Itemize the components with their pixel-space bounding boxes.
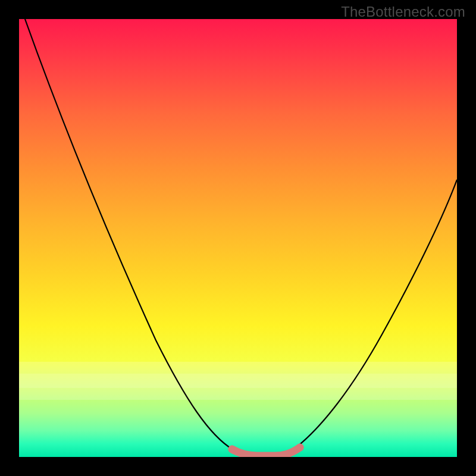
- optimal-zone-highlight: [232, 447, 300, 456]
- bottleneck-curve: [25, 19, 457, 456]
- optimal-zone-cap-right: [296, 444, 304, 452]
- watermark-text: TheBottleneck.com: [341, 4, 465, 20]
- bottleneck-curve-svg: [19, 19, 457, 457]
- chart-frame: TheBottleneck.com: [0, 0, 476, 476]
- optimal-zone-cap-left: [228, 446, 236, 453]
- plot-area: [19, 19, 457, 457]
